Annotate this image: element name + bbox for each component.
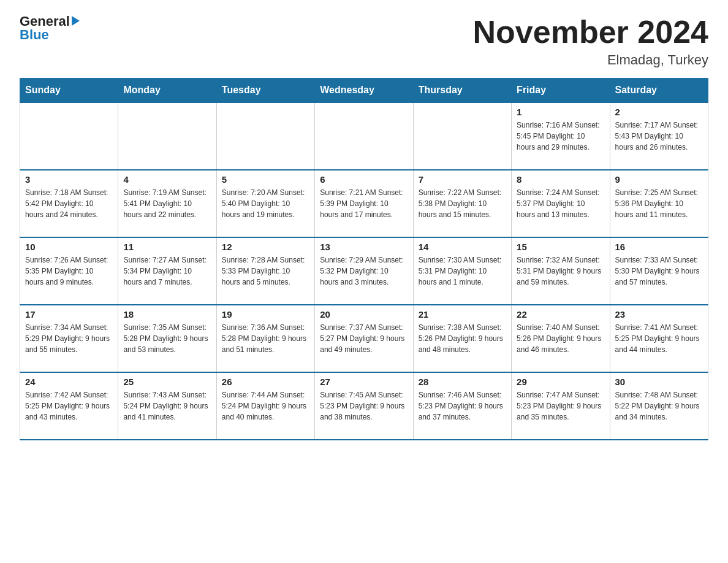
day-info: Sunrise: 7:48 AM Sunset: 5:22 PM Dayligh… [615,389,703,423]
day-info: Sunrise: 7:28 AM Sunset: 5:33 PM Dayligh… [222,255,309,288]
day-number: 1 [517,107,604,117]
calendar-cell: 22Sunrise: 7:40 AM Sunset: 5:26 PM Dayli… [512,305,610,372]
calendar-cell: 4Sunrise: 7:19 AM Sunset: 5:41 PM Daylig… [118,170,216,237]
calendar-cell: 19Sunrise: 7:36 AM Sunset: 5:28 PM Dayli… [216,305,314,372]
calendar-cell: 18Sunrise: 7:35 AM Sunset: 5:28 PM Dayli… [118,305,216,372]
day-info: Sunrise: 7:25 AM Sunset: 5:36 PM Dayligh… [615,187,703,220]
title-area: November 2024 Elmadag, Turkey [473,15,708,68]
day-number: 11 [123,242,211,252]
day-info: Sunrise: 7:47 AM Sunset: 5:23 PM Dayligh… [517,389,604,423]
day-of-week-header: Wednesday [315,79,413,103]
day-info: Sunrise: 7:32 AM Sunset: 5:31 PM Dayligh… [517,255,604,288]
day-info: Sunrise: 7:46 AM Sunset: 5:23 PM Dayligh… [419,389,506,423]
day-number: 26 [222,377,309,387]
calendar-cell: 15Sunrise: 7:32 AM Sunset: 5:31 PM Dayli… [512,237,610,305]
day-info: Sunrise: 7:38 AM Sunset: 5:26 PM Dayligh… [419,322,506,355]
calendar-week-row: 3Sunrise: 7:18 AM Sunset: 5:42 PM Daylig… [20,170,708,237]
day-of-week-header: Tuesday [216,79,314,103]
day-number: 23 [615,309,703,320]
day-number: 2 [615,107,703,117]
day-number: 3 [25,174,113,185]
calendar-cell: 6Sunrise: 7:21 AM Sunset: 5:39 PM Daylig… [315,170,413,237]
calendar-week-row: 10Sunrise: 7:26 AM Sunset: 5:35 PM Dayli… [20,237,708,305]
location-subtitle: Elmadag, Turkey [473,52,708,68]
day-number: 21 [419,309,506,320]
day-info: Sunrise: 7:34 AM Sunset: 5:29 PM Dayligh… [25,322,113,355]
day-info: Sunrise: 7:20 AM Sunset: 5:40 PM Dayligh… [222,187,309,220]
calendar-cell [20,102,118,170]
calendar-cell: 27Sunrise: 7:45 AM Sunset: 5:23 PM Dayli… [315,372,413,440]
day-info: Sunrise: 7:18 AM Sunset: 5:42 PM Dayligh… [25,187,113,220]
day-info: Sunrise: 7:19 AM Sunset: 5:41 PM Dayligh… [123,187,211,220]
calendar-cell: 20Sunrise: 7:37 AM Sunset: 5:27 PM Dayli… [315,305,413,372]
calendar-cell: 24Sunrise: 7:42 AM Sunset: 5:25 PM Dayli… [20,372,118,440]
logo-triangle-icon [72,16,80,26]
calendar-cell [315,102,413,170]
day-number: 29 [517,377,604,387]
day-of-week-header: Monday [118,79,216,103]
day-number: 13 [320,242,408,252]
day-number: 17 [25,309,113,320]
calendar-cell: 16Sunrise: 7:33 AM Sunset: 5:30 PM Dayli… [610,237,708,305]
day-number: 28 [419,377,506,387]
calendar-cell: 14Sunrise: 7:30 AM Sunset: 5:31 PM Dayli… [413,237,511,305]
day-info: Sunrise: 7:33 AM Sunset: 5:30 PM Dayligh… [615,255,703,288]
day-info: Sunrise: 7:44 AM Sunset: 5:24 PM Dayligh… [222,389,309,423]
day-number: 15 [517,242,604,252]
day-number: 10 [25,242,113,252]
logo: General Blue [20,15,80,43]
day-info: Sunrise: 7:45 AM Sunset: 5:23 PM Dayligh… [320,389,408,423]
day-number: 19 [222,309,309,320]
logo-general-text: General [20,15,70,28]
calendar-cell: 2Sunrise: 7:17 AM Sunset: 5:43 PM Daylig… [610,102,708,170]
day-number: 8 [517,174,604,185]
calendar-cell: 26Sunrise: 7:44 AM Sunset: 5:24 PM Dayli… [216,372,314,440]
day-number: 16 [615,242,703,252]
calendar-cell: 8Sunrise: 7:24 AM Sunset: 5:37 PM Daylig… [512,170,610,237]
calendar-cell: 1Sunrise: 7:16 AM Sunset: 5:45 PM Daylig… [512,102,610,170]
calendar-cell: 12Sunrise: 7:28 AM Sunset: 5:33 PM Dayli… [216,237,314,305]
day-number: 18 [123,309,211,320]
calendar-cell: 11Sunrise: 7:27 AM Sunset: 5:34 PM Dayli… [118,237,216,305]
calendar-week-row: 17Sunrise: 7:34 AM Sunset: 5:29 PM Dayli… [20,305,708,372]
day-info: Sunrise: 7:40 AM Sunset: 5:26 PM Dayligh… [517,322,604,355]
day-info: Sunrise: 7:35 AM Sunset: 5:28 PM Dayligh… [123,322,211,355]
day-number: 14 [419,242,506,252]
calendar-cell: 5Sunrise: 7:20 AM Sunset: 5:40 PM Daylig… [216,170,314,237]
day-number: 7 [419,174,506,185]
calendar-cell [118,102,216,170]
calendar-cell: 23Sunrise: 7:41 AM Sunset: 5:25 PM Dayli… [610,305,708,372]
calendar-cell: 29Sunrise: 7:47 AM Sunset: 5:23 PM Dayli… [512,372,610,440]
page-header: General Blue November 2024 Elmadag, Turk… [20,15,708,68]
calendar-cell: 17Sunrise: 7:34 AM Sunset: 5:29 PM Dayli… [20,305,118,372]
day-info: Sunrise: 7:42 AM Sunset: 5:25 PM Dayligh… [25,389,113,423]
calendar-cell: 28Sunrise: 7:46 AM Sunset: 5:23 PM Dayli… [413,372,511,440]
day-info: Sunrise: 7:17 AM Sunset: 5:43 PM Dayligh… [615,120,703,153]
day-number: 5 [222,174,309,185]
calendar-header-row: SundayMondayTuesdayWednesdayThursdayFrid… [20,79,708,103]
day-info: Sunrise: 7:41 AM Sunset: 5:25 PM Dayligh… [615,322,703,355]
day-info: Sunrise: 7:21 AM Sunset: 5:39 PM Dayligh… [320,187,408,220]
day-info: Sunrise: 7:37 AM Sunset: 5:27 PM Dayligh… [320,322,408,355]
page-title: November 2024 [473,15,708,50]
day-number: 25 [123,377,211,387]
logo-blue-text: Blue [20,27,49,43]
calendar-week-row: 1Sunrise: 7:16 AM Sunset: 5:45 PM Daylig… [20,102,708,170]
day-of-week-header: Friday [512,79,610,103]
day-info: Sunrise: 7:30 AM Sunset: 5:31 PM Dayligh… [419,255,506,288]
calendar-cell: 10Sunrise: 7:26 AM Sunset: 5:35 PM Dayli… [20,237,118,305]
day-number: 4 [123,174,211,185]
calendar-cell: 9Sunrise: 7:25 AM Sunset: 5:36 PM Daylig… [610,170,708,237]
day-of-week-header: Saturday [610,79,708,103]
calendar-cell [216,102,314,170]
day-of-week-header: Thursday [413,79,511,103]
day-info: Sunrise: 7:27 AM Sunset: 5:34 PM Dayligh… [123,255,211,288]
day-info: Sunrise: 7:22 AM Sunset: 5:38 PM Dayligh… [419,187,506,220]
calendar-cell: 30Sunrise: 7:48 AM Sunset: 5:22 PM Dayli… [610,372,708,440]
day-number: 20 [320,309,408,320]
day-number: 22 [517,309,604,320]
day-info: Sunrise: 7:26 AM Sunset: 5:35 PM Dayligh… [25,255,113,288]
calendar-cell: 7Sunrise: 7:22 AM Sunset: 5:38 PM Daylig… [413,170,511,237]
day-number: 12 [222,242,309,252]
day-number: 24 [25,377,113,387]
